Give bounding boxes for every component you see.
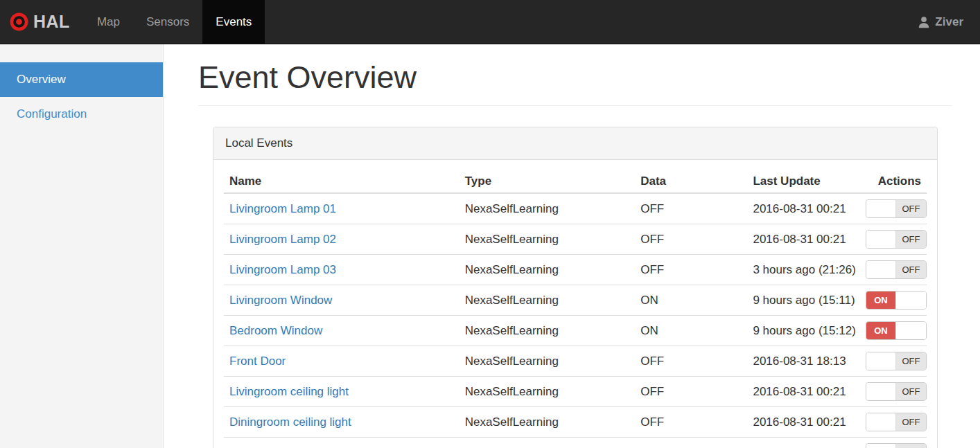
event-last-update: 2016-08-31 00:21 [747,193,859,224]
event-type: NexaSelfLearning [460,255,636,285]
switch-state-label: OFF [896,261,926,278]
nav-item-events[interactable]: Events [202,0,265,44]
event-data: OFF [635,346,747,377]
event-name-link[interactable]: Livingroom Lamp 01 [229,202,336,215]
event-name-link[interactable]: Front Door [229,355,286,368]
event-data: OFF [635,407,747,438]
event-name-link[interactable]: Livingroom ceiling light [229,385,349,398]
local-events-panel: Local Events Name Type Data Last Update … [213,127,938,448]
event-name-link[interactable]: Diningroom ceiling light [229,415,351,429]
nav-item-sensors[interactable]: Sensors [133,0,202,44]
switch-state-label: OFF [896,413,926,431]
brand[interactable]: HAL [0,0,84,44]
switch-state-label: OFF [896,352,926,370]
user-icon [918,16,930,28]
toggle-switch[interactable]: ON [866,291,927,310]
event-type: NexaSelfLearning [460,377,636,407]
events-table: Name Type Data Last Update Actions Livin… [224,170,927,448]
event-name-link[interactable]: Kitchen ceiling light [229,446,331,448]
toggle-switch[interactable]: OFF [866,443,927,448]
column-header-name: Name [224,170,460,193]
table-header-row: Name Type Data Last Update Actions [224,170,927,193]
table-row: Kitchen ceiling light NexaSelfLearning O… [224,438,927,448]
user-name: Ziver [935,15,963,29]
event-last-update: 9 hours ago (15:11) [747,285,859,316]
event-last-update: 2016-08-31 00:21 [747,438,859,448]
sidebar: Overview Configuration [0,44,164,448]
table-row: Livingroom Window NexaSelfLearning ON 9 … [224,285,927,316]
table-row: Diningroom ceiling light NexaSelfLearnin… [224,407,927,438]
event-data: ON [635,316,747,346]
switch-handle [866,352,897,370]
event-type: NexaSelfLearning [460,438,636,448]
event-last-update: 9 hours ago (15:12) [747,316,859,346]
bullseye-logo-icon [10,12,28,31]
user-menu[interactable]: Ziver [901,0,980,44]
switch-handle [866,261,897,278]
column-header-last-update: Last Update [747,170,859,193]
event-type: NexaSelfLearning [460,407,636,438]
column-header-actions: Actions [860,170,927,193]
sidebar-item-configuration[interactable]: Configuration [0,97,163,132]
event-data: OFF [635,438,747,448]
event-last-update: 2016-08-31 00:21 [747,407,859,438]
toggle-switch[interactable]: OFF [866,382,927,401]
switch-state-label: OFF [896,200,926,217]
event-last-update: 2016-08-31 00:21 [747,224,859,255]
table-row: Livingroom ceiling light NexaSelfLearnin… [224,377,927,407]
switch-handle [866,444,897,448]
main-nav: Map Sensors Events [84,0,265,44]
event-last-update: 3 hours ago (21:26) [747,255,859,285]
column-header-data: Data [635,170,747,193]
switch-state-label: OFF [896,231,926,248]
nav-item-map[interactable]: Map [84,0,133,44]
brand-title: HAL [33,12,70,32]
page-title: Event Overview [198,60,952,106]
table-row: Livingroom Lamp 01 NexaSelfLearning OFF … [224,193,927,224]
switch-handle [866,231,897,248]
event-type: NexaSelfLearning [460,193,636,224]
toggle-switch[interactable]: OFF [866,199,927,218]
switch-handle [866,200,897,217]
event-name-link[interactable]: Livingroom Lamp 02 [229,233,336,246]
event-data: ON [635,285,747,316]
event-name-link[interactable]: Livingroom Lamp 03 [229,263,336,276]
events-table-body: Livingroom Lamp 01 NexaSelfLearning OFF … [224,193,927,448]
table-row: Front Door NexaSelfLearning OFF 2016-08-… [224,346,927,377]
toggle-switch[interactable]: OFF [866,260,927,279]
toggle-switch[interactable]: OFF [866,352,927,370]
toggle-switch[interactable]: OFF [866,230,927,249]
event-data: OFF [635,377,747,407]
event-name-link[interactable]: Bedroom Window [229,324,322,337]
table-row: Bedroom Window NexaSelfLearning ON 9 hou… [224,316,927,346]
sidebar-item-overview[interactable]: Overview [0,62,163,97]
column-header-type: Type [460,170,636,193]
table-row: Livingroom Lamp 03 NexaSelfLearning OFF … [224,255,927,285]
table-row: Livingroom Lamp 02 NexaSelfLearning OFF … [224,224,927,255]
event-data: OFF [635,255,747,285]
event-type: NexaSelfLearning [460,224,636,255]
panel-body: Name Type Data Last Update Actions Livin… [213,160,937,448]
switch-handle [895,292,926,309]
event-name-link[interactable]: Livingroom Window [229,294,332,307]
event-last-update: 2016-08-31 00:21 [747,377,859,407]
event-data: OFF [635,224,747,255]
switch-state-label: ON [866,292,896,309]
event-last-update: 2016-08-31 18:13 [747,346,859,377]
switch-handle [866,413,897,431]
panel-title: Local Events [213,127,937,160]
switch-handle [895,322,926,339]
top-navbar: HAL Map Sensors Events Ziver [0,0,980,44]
switch-handle [866,383,897,400]
main-content: Event Overview Local Events Name Type Da… [164,44,980,448]
event-data: OFF [635,193,747,224]
switch-state-label: OFF [896,444,926,448]
event-type: NexaSelfLearning [460,285,636,316]
toggle-switch[interactable]: ON [866,321,927,340]
event-type: NexaSelfLearning [460,346,636,377]
toggle-switch[interactable]: OFF [866,413,927,431]
switch-state-label: ON [866,322,896,339]
event-type: NexaSelfLearning [460,316,636,346]
switch-state-label: OFF [896,383,926,400]
